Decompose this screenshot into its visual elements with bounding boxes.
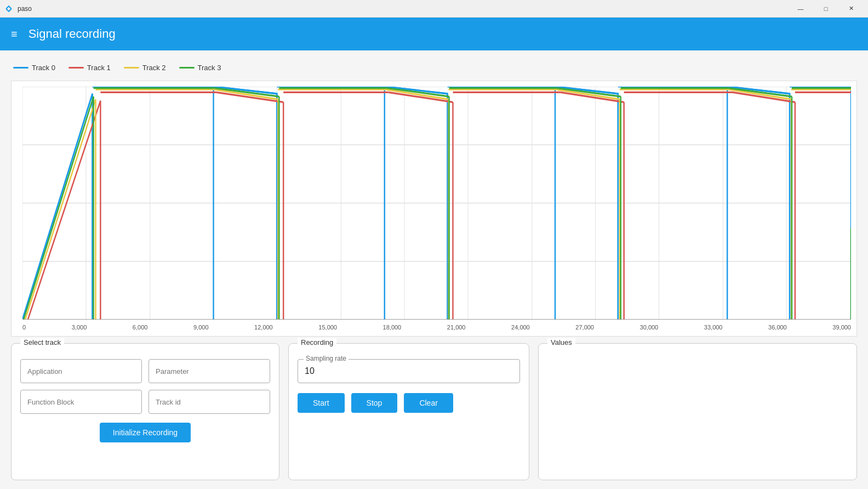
clear-button[interactable]: Clear bbox=[404, 393, 453, 413]
sampling-rate-group: Sampling rate bbox=[298, 359, 520, 383]
x-label-5: 15,000 bbox=[318, 324, 337, 331]
app-header-title: Signal recording bbox=[28, 27, 116, 41]
x-label-2: 6,000 bbox=[133, 324, 148, 331]
chart-svg bbox=[22, 87, 851, 320]
window-controls: — □ ✕ bbox=[788, 0, 864, 18]
title-bar-left: paso bbox=[4, 4, 32, 13]
legend-line-track0 bbox=[13, 67, 28, 69]
application-input[interactable] bbox=[20, 359, 142, 383]
close-button[interactable]: ✕ bbox=[838, 0, 864, 18]
app-icon bbox=[4, 4, 13, 13]
maximize-button[interactable]: □ bbox=[813, 0, 838, 18]
legend-line-track3 bbox=[179, 67, 195, 69]
parameter-input[interactable] bbox=[149, 359, 270, 383]
x-label-6: 18,000 bbox=[383, 324, 402, 331]
main-content: Track 0 Track 1 Track 2 Track 3 bbox=[0, 50, 868, 489]
x-label-13: 39,000 bbox=[832, 324, 851, 331]
x-label-9: 27,000 bbox=[575, 324, 594, 331]
values-title: Values bbox=[547, 338, 575, 346]
bottom-panels: Select track Initialize Recording Record… bbox=[11, 343, 857, 480]
select-track-panel: Select track Initialize Recording bbox=[11, 343, 279, 480]
x-label-7: 21,000 bbox=[447, 324, 466, 331]
minimize-button[interactable]: — bbox=[788, 0, 813, 18]
x-label-10: 30,000 bbox=[640, 324, 659, 331]
start-button[interactable]: Start bbox=[298, 393, 345, 413]
select-track-title: Select track bbox=[20, 338, 64, 346]
app-header: ≡ Signal recording bbox=[0, 18, 868, 50]
x-label-11: 33,000 bbox=[704, 324, 723, 331]
x-label-4: 12,000 bbox=[254, 324, 273, 331]
legend-label-track2: Track 2 bbox=[142, 64, 166, 72]
legend-label-track1: Track 1 bbox=[87, 64, 111, 72]
recording-buttons: Start Stop Clear bbox=[298, 393, 520, 413]
initialize-recording-button[interactable]: Initialize Recording bbox=[100, 423, 191, 442]
recording-title: Recording bbox=[298, 338, 336, 346]
stop-button[interactable]: Stop bbox=[351, 393, 398, 413]
legend-label-track0: Track 0 bbox=[32, 64, 55, 72]
x-label-12: 36,000 bbox=[768, 324, 787, 331]
legend-item-track3: Track 3 bbox=[179, 64, 221, 72]
app-name-label: paso bbox=[18, 5, 32, 13]
sampling-rate-input[interactable] bbox=[305, 366, 513, 376]
legend-item-track2: Track 2 bbox=[124, 64, 166, 72]
x-axis-labels: 0 3,000 6,000 9,000 12,000 15,000 18,000… bbox=[22, 322, 851, 331]
legend-label-track3: Track 3 bbox=[198, 64, 221, 72]
title-bar: paso — □ ✕ bbox=[0, 0, 868, 18]
recording-panel: Recording Sampling rate Start Stop Clear bbox=[288, 343, 529, 480]
legend-line-track2 bbox=[124, 67, 139, 69]
x-label-0: 0 bbox=[22, 324, 26, 331]
function-block-input[interactable] bbox=[20, 390, 142, 414]
sampling-rate-label: Sampling rate bbox=[304, 355, 349, 362]
hamburger-icon[interactable]: ≡ bbox=[11, 28, 18, 41]
x-label-8: 24,000 bbox=[511, 324, 530, 331]
chart-container: 0 3,000 6,000 9,000 12,000 15,000 18,000… bbox=[11, 81, 857, 337]
legend-item-track1: Track 1 bbox=[68, 64, 111, 72]
legend-item-track0: Track 0 bbox=[13, 64, 55, 72]
values-panel: Values bbox=[538, 343, 857, 480]
x-label-3: 9,000 bbox=[193, 324, 209, 331]
chart-legend: Track 0 Track 1 Track 2 Track 3 bbox=[11, 59, 857, 74]
legend-line-track1 bbox=[68, 67, 84, 69]
track-fields bbox=[20, 359, 270, 414]
x-label-1: 3,000 bbox=[72, 324, 87, 331]
track-id-input[interactable] bbox=[149, 390, 270, 414]
